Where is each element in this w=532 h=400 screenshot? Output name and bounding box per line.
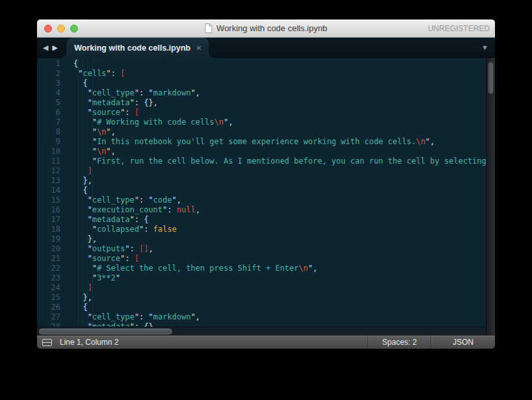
statusbar: Line 1, Column 2 Spaces: 2 JSON [37, 335, 495, 349]
zoom-window-button[interactable] [70, 25, 78, 32]
code-line[interactable]: 16 "execution_count": null, [37, 205, 486, 215]
code-text: { [60, 186, 88, 195]
code-text: "cell_type": "markdown", [60, 312, 200, 322]
tab-overflow-menu-button[interactable]: ▼ [481, 38, 488, 57]
code-text: "source": [ [60, 108, 139, 118]
line-number: 12 [37, 166, 60, 176]
code-line[interactable]: 24 ] [37, 283, 486, 293]
code-line[interactable]: 21 "source": [ [37, 254, 486, 264]
code-text: "execution_count": null, [60, 205, 200, 215]
syntax-menu-button[interactable]: JSON [431, 336, 495, 349]
code-text: "# Select the cell, then press Shift + E… [60, 264, 318, 273]
forward-icon[interactable]: ▶ [52, 44, 57, 51]
code-line[interactable]: 2 "cells": [ [37, 69, 486, 79]
code-text: { [60, 59, 78, 69]
editor-area: 1{2 "cells": [3 {4 "cell_type": "markdow… [37, 58, 495, 335]
code-line[interactable]: 10 "\n", [37, 147, 486, 156]
line-number: 24 [37, 283, 60, 293]
indentation-label: Spaces: 2 [382, 338, 416, 347]
code-line[interactable]: 20 "outputs": [], [37, 244, 486, 254]
code-line[interactable]: 26 { [37, 303, 486, 312]
code-text: "In this notebook you'll get some experi… [60, 137, 435, 147]
code-line[interactable]: 22 "# Select the cell, then press Shift … [37, 264, 486, 273]
code-line[interactable]: 15 "cell_type": "code", [37, 195, 486, 205]
line-number: 18 [37, 225, 60, 234]
code-line[interactable]: 19 }, [37, 234, 486, 244]
code-line[interactable]: 12 ] [37, 166, 486, 176]
code-line[interactable]: 18 "collapsed": false [37, 225, 486, 234]
tab-nav-arrows: ◀ ▶ [43, 38, 58, 57]
line-number: 28 [37, 322, 60, 327]
code-line[interactable]: 3 { [37, 79, 486, 88]
cursor-position-label: Line 1, Column 2 [60, 338, 119, 347]
line-number: 26 [37, 303, 60, 312]
code-text: "\n", [60, 147, 116, 156]
panel-toggle-icon[interactable] [42, 339, 52, 346]
chevron-down-icon: ▼ [481, 44, 488, 51]
tab-label: Working with code cells.ipynb [74, 44, 190, 53]
code-line[interactable]: 14 { [37, 186, 486, 195]
code-text: }, [60, 234, 97, 244]
sublime-text-window: Working with code cells.ipynb UNREGISTER… [37, 19, 495, 349]
tabbar: ◀ ▶ Working with code cells.ipynb × ▼ [37, 38, 495, 58]
line-number: 14 [37, 186, 60, 195]
line-number: 25 [37, 293, 60, 303]
code-lines: 1{2 "cells": [3 {4 "cell_type": "markdow… [37, 59, 486, 327]
code-line[interactable]: 9 "In this notebook you'll get some expe… [37, 137, 486, 147]
traffic-lights [44, 25, 78, 32]
line-number: 3 [37, 79, 60, 88]
code-text: "\n", [60, 127, 116, 137]
close-window-button[interactable] [44, 25, 52, 32]
vertical-scrollbar-thumb[interactable] [488, 62, 494, 94]
code-line[interactable]: 13 }, [37, 176, 486, 186]
line-number: 1 [37, 59, 60, 69]
minimize-window-button[interactable] [57, 25, 65, 32]
code-line[interactable]: 5 "metadata": {}, [37, 98, 486, 108]
code-line[interactable]: 6 "source": [ [37, 108, 486, 118]
code-text: "source": [ [60, 254, 139, 264]
line-number: 13 [37, 176, 60, 186]
code-text: { [60, 303, 88, 312]
code-text: ] [60, 166, 92, 176]
code-text: "3**2" [60, 273, 120, 283]
code-line[interactable]: 28 "metadata": {}, [37, 322, 486, 327]
code-text: "First, run the cell below. As I mention… [60, 156, 486, 166]
tab-close-icon[interactable]: × [196, 44, 201, 52]
code-line[interactable]: 8 "\n", [37, 127, 486, 137]
line-number: 7 [37, 118, 60, 127]
code-line[interactable]: 7 "# Working with code cells\n", [37, 118, 486, 127]
vertical-scrollbar[interactable] [486, 58, 495, 335]
line-number: 16 [37, 205, 60, 215]
code-text: "metadata": { [60, 215, 149, 225]
code-line[interactable]: 17 "metadata": { [37, 215, 486, 225]
code-editor[interactable]: 1{2 "cells": [3 {4 "cell_type": "markdow… [37, 58, 486, 327]
code-line[interactable]: 23 "3**2" [37, 273, 486, 283]
syntax-label: JSON [453, 338, 474, 347]
line-number: 2 [37, 69, 60, 79]
code-line[interactable]: 1{ [37, 59, 486, 69]
code-line[interactable]: 27 "cell_type": "markdown", [37, 312, 486, 322]
code-text: "outputs": [], [60, 244, 153, 254]
code-text: "metadata": {}, [60, 98, 158, 108]
code-line[interactable]: 4 "cell_type": "markdown", [37, 88, 486, 98]
line-number: 10 [37, 147, 60, 156]
code-text: }, [60, 293, 92, 303]
back-icon[interactable]: ◀ [43, 44, 48, 51]
code-line[interactable]: 25 }, [37, 293, 486, 303]
line-number: 5 [37, 98, 60, 108]
line-number: 6 [37, 108, 60, 118]
line-number: 17 [37, 215, 60, 225]
tab-working-with-code-cells[interactable]: Working with code cells.ipynb × [67, 38, 209, 58]
line-number: 19 [37, 234, 60, 244]
line-number: 22 [37, 264, 60, 273]
horizontal-scrollbar-thumb[interactable] [39, 329, 172, 334]
code-line[interactable]: 11 "First, run the cell below. As I ment… [37, 156, 486, 166]
horizontal-scrollbar[interactable] [37, 327, 486, 335]
code-text: "cells": [ [60, 69, 125, 79]
indentation-menu-button[interactable]: Spaces: 2 [368, 336, 431, 349]
line-number: 11 [37, 156, 60, 166]
code-text: { [60, 79, 88, 88]
line-number: 20 [37, 244, 60, 254]
code-text: "collapsed": false [60, 225, 177, 234]
code-text: "metadata": {}, [60, 322, 158, 327]
